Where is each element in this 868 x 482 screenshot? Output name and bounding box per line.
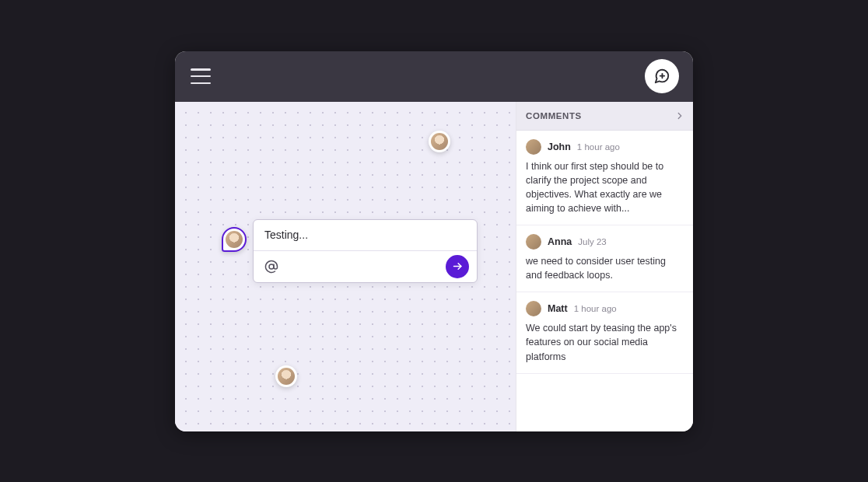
comment-time: 1 hour ago [577,142,620,152]
svg-point-2 [269,264,274,269]
menu-button[interactable] [191,68,211,84]
body-area: Testing... COMMENTS [175,102,693,431]
comment-item[interactable]: Matt 1 hour ago We could start by teasin… [516,292,693,373]
avatar-pin-active[interactable] [222,227,247,252]
new-comment-button[interactable] [645,59,679,93]
avatar [226,231,243,248]
chat-plus-icon [653,68,670,85]
sidebar-header: COMMENTS [516,102,693,131]
avatar [526,139,541,155]
comment-actions [254,251,477,282]
chevron-right-icon[interactable] [674,110,685,121]
avatar-pin[interactable] [429,131,450,152]
comment-item[interactable]: Anna July 23 we need to consider user te… [516,225,693,292]
hamburger-icon [191,68,211,71]
avatar [526,234,541,250]
comment-item[interactable]: John 1 hour ago I think our first step s… [516,131,693,226]
comment-time: July 23 [578,237,606,246]
comment-input[interactable]: Testing... [254,220,477,251]
comment-author: Matt [548,303,568,314]
avatar [526,301,541,316]
comment-time: 1 hour ago [574,304,617,313]
comment-author: Anna [548,236,572,247]
comment-author: John [548,141,571,152]
app-window: Testing... COMMENTS [175,51,693,431]
avatar [278,368,295,385]
comments-sidebar: COMMENTS John 1 hour ago I think our fir… [516,102,693,431]
send-button[interactable] [446,255,469,278]
arrow-right-icon [452,260,464,272]
sidebar-title: COMMENTS [526,111,582,120]
top-bar [175,51,693,102]
comment-body: I think our first step should be to clar… [526,159,684,216]
comment-composer: Testing... [253,219,478,283]
avatar [431,133,448,150]
comment-body: we need to consider user testing and fee… [526,254,684,282]
comments-list: John 1 hour ago I think our first step s… [516,131,693,431]
avatar-pin[interactable] [275,365,297,387]
comment-body: We could start by teasing the app's feat… [526,321,684,363]
canvas[interactable]: Testing... [175,102,516,431]
at-icon[interactable] [264,260,278,274]
